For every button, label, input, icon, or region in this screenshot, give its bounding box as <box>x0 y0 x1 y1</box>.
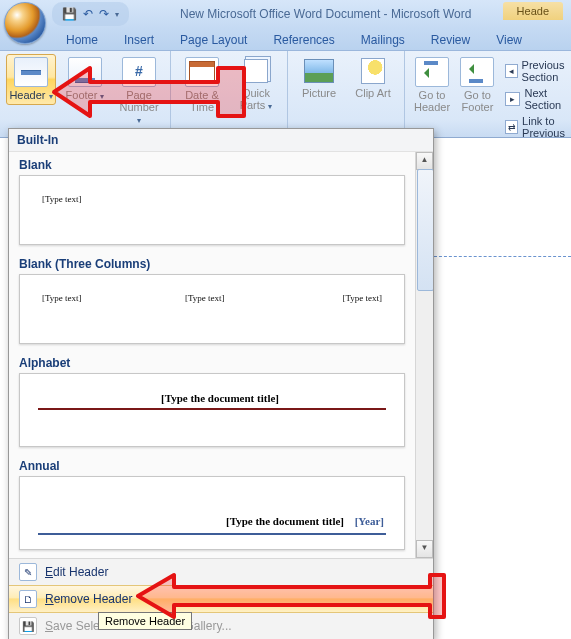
goto-header-label: Go to Header <box>414 89 450 113</box>
gallery-item-blank[interactable]: [Type text] <box>19 175 405 245</box>
header-label: Header <box>9 89 45 101</box>
svg-marker-0 <box>54 68 244 116</box>
gallery-section-blank: Blank <box>9 152 415 175</box>
divider-line <box>38 533 386 535</box>
goto-header-icon <box>415 57 449 87</box>
tab-mailings[interactable]: Mailings <box>349 30 417 50</box>
gallery-scrollbar[interactable]: ▲ ▼ <box>415 152 433 558</box>
gallery-section-annual: Annual <box>9 453 415 476</box>
tab-home[interactable]: Home <box>54 30 110 50</box>
placeholder-text: [Type text] <box>42 194 82 204</box>
window-title: New Microsoft Office Word Document - Mic… <box>180 7 471 21</box>
contextual-tab-group: Heade <box>503 2 563 20</box>
edit-icon: ✎ <box>19 563 37 581</box>
qat-dropdown-icon[interactable]: ▾ <box>115 10 119 19</box>
redo-icon[interactable]: ↷ <box>99 7 109 21</box>
quick-access-toolbar: 💾 ↶ ↷ ▾ <box>52 2 129 26</box>
office-orb-button[interactable] <box>4 2 46 44</box>
chevron-down-icon: ▾ <box>268 102 272 111</box>
previous-section-icon: ◂ <box>505 64 518 78</box>
link-to-previous-label: Link to Previous <box>522 115 571 139</box>
save-gallery-icon: 💾 <box>19 617 37 635</box>
previous-section-button[interactable]: ◂ Previous Section <box>502 58 571 84</box>
header-icon <box>14 57 48 87</box>
tab-page-layout[interactable]: Page Layout <box>168 30 259 50</box>
tab-references[interactable]: References <box>261 30 346 50</box>
remove-header-label: Remove Header <box>45 592 132 606</box>
header-divider-dash <box>434 256 571 257</box>
save-icon[interactable]: 💾 <box>62 7 77 21</box>
next-section-button[interactable]: ▸ Next Section <box>502 86 571 112</box>
picture-icon <box>303 57 335 85</box>
placeholder-text: [Type text] <box>185 293 225 303</box>
placeholder-text: [Type the document title] <box>226 515 344 527</box>
placeholder-text: [Type text] <box>342 293 382 303</box>
link-icon: ⇄ <box>505 120 518 134</box>
link-to-previous-button[interactable]: ⇄ Link to Previous <box>502 114 571 140</box>
picture-button[interactable]: Picture <box>294 54 344 102</box>
tab-view[interactable]: View <box>484 30 534 50</box>
clip-art-icon <box>357 57 389 85</box>
gallery-item-alphabet[interactable]: [Type the document title] <box>19 373 405 447</box>
undo-icon[interactable]: ↶ <box>83 7 93 21</box>
document-area <box>434 138 571 639</box>
gallery-section-alphabet: Alphabet <box>9 350 415 373</box>
goto-footer-icon <box>460 57 494 87</box>
placeholder-text: [Type the document title] <box>28 392 412 404</box>
clip-art-label: Clip Art <box>355 87 390 99</box>
placeholder-text: [Type text] <box>42 293 82 303</box>
year-placeholder: [Year] <box>355 515 384 527</box>
goto-footer-button[interactable]: Go to Footer <box>457 54 498 116</box>
goto-footer-label: Go to Footer <box>462 89 494 113</box>
divider-line <box>38 408 386 410</box>
edit-header-label: EEdit Headerdit Header <box>45 565 108 579</box>
picture-label: Picture <box>302 87 336 99</box>
scroll-thumb[interactable] <box>417 169 433 291</box>
next-section-label: Next Section <box>524 87 571 111</box>
remove-icon: 🗋 <box>19 590 37 608</box>
tab-insert[interactable]: Insert <box>112 30 166 50</box>
gallery-item-three-columns[interactable]: [Type text] [Type text] [Type text] <box>19 274 405 344</box>
gallery-item-annual[interactable]: [Type the document title] [Year] <box>19 476 405 550</box>
ribbon-tabs: Home Insert Page Layout References Maili… <box>0 28 571 51</box>
scroll-down-icon[interactable]: ▼ <box>416 540 433 558</box>
scroll-up-icon[interactable]: ▲ <box>416 152 433 170</box>
clip-art-button[interactable]: Clip Art <box>348 54 398 102</box>
header-gallery-dropdown: Built-In Blank [Type text] Blank (Three … <box>8 128 434 639</box>
tab-review[interactable]: Review <box>419 30 482 50</box>
previous-section-label: Previous Section <box>522 59 571 83</box>
svg-marker-1 <box>138 575 444 617</box>
gallery-section-three-columns: Blank (Three Columns) <box>9 251 415 274</box>
gallery-heading-builtin: Built-In <box>9 129 433 152</box>
goto-header-button[interactable]: Go to Header <box>411 54 453 116</box>
next-section-icon: ▸ <box>505 92 521 106</box>
